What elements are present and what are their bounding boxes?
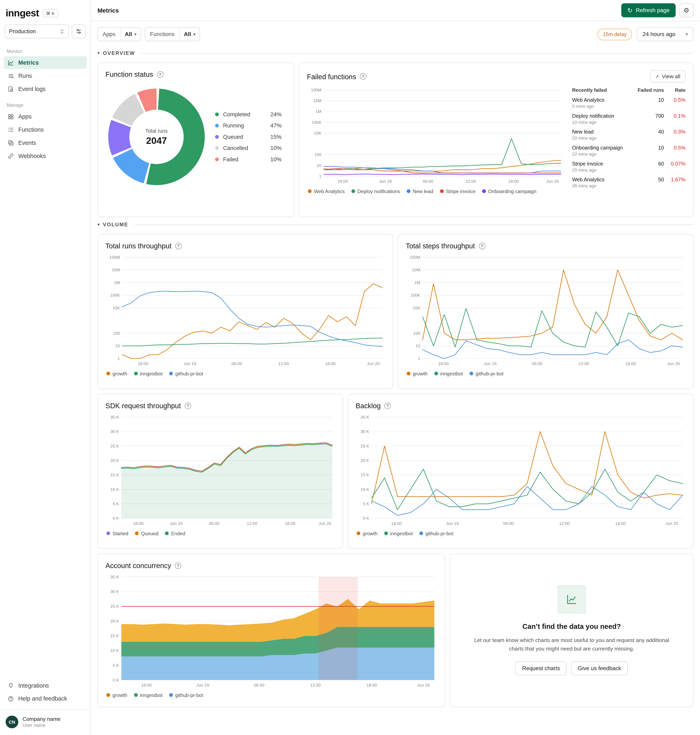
svg-text:10K: 10K xyxy=(112,305,120,310)
view-all-button[interactable]: ↗ View all xyxy=(650,70,685,82)
legend-item-inngestbot[interactable]: inngestbot xyxy=(384,530,413,536)
status-legend-item-failed[interactable]: Failed10% xyxy=(215,156,282,162)
svg-text:10 K: 10 K xyxy=(360,487,369,492)
sidebar-item-label: Integrations xyxy=(18,682,49,689)
refresh-page-button[interactable]: ↻ Refresh page xyxy=(621,3,676,17)
section-divider xyxy=(141,53,694,53)
runs-icon xyxy=(7,72,14,79)
topbar: Metrics ↻ Refresh page ⚙ xyxy=(91,0,700,21)
status-legend-item-completed[interactable]: Completed24% xyxy=(215,111,282,118)
legend-item-growth[interactable]: growth xyxy=(407,371,428,376)
card-title: Total runs throughput xyxy=(105,242,171,250)
legend-item-github-pr-bot[interactable]: github-pr-bot xyxy=(169,371,203,376)
legend-item-started[interactable]: Started xyxy=(106,530,128,536)
account-menu[interactable]: CN Company name User name xyxy=(0,710,90,731)
app-root: inngest ⌘ K Production MonitorMetricsRun… xyxy=(0,0,700,735)
legend-item-github-pr-bot[interactable]: github-pr-bot xyxy=(169,692,203,698)
sidebar-item-events[interactable]: Events xyxy=(4,136,87,149)
inngest-logo[interactable]: inngest xyxy=(6,7,39,19)
sidebar-item-event-logs[interactable]: Event logs xyxy=(4,82,87,95)
help-icon[interactable]: ? xyxy=(175,243,182,249)
svg-text:18:00: 18:00 xyxy=(285,521,295,526)
sidebar-item-runs[interactable]: Runs xyxy=(4,69,87,82)
svg-text:35 K: 35 K xyxy=(110,574,119,579)
status-legend-item-cancelled[interactable]: Cancelled10% xyxy=(215,145,282,151)
sidebar-item-help-and-feedback[interactable]: Help and feedback xyxy=(4,692,87,705)
command-k-shortcut-badge[interactable]: ⌘ K xyxy=(43,9,58,17)
svg-text:Jun 20: Jun 20 xyxy=(666,521,678,526)
failed-function-row[interactable]: New lead20 mins ago400.3% xyxy=(572,129,685,141)
failed-function-row[interactable]: Web Analytics5 mins ago100.5% xyxy=(572,97,685,109)
nav-section-label-monitor: Monitor xyxy=(6,49,84,54)
help-icon[interactable]: ? xyxy=(185,402,191,409)
sdk-request-legend: StartedQueuedEnded xyxy=(105,530,335,536)
legend-item-inngestbot[interactable]: inngestbot xyxy=(134,692,162,698)
sidebar-item-integrations[interactable]: Integrations xyxy=(4,679,87,692)
svg-text:25 K: 25 K xyxy=(360,444,369,448)
environment-filter-button[interactable] xyxy=(72,24,86,38)
give-feedback-button[interactable]: Give us feedback xyxy=(571,661,628,675)
help-icon[interactable]: ? xyxy=(360,73,366,80)
svg-text:12:00: 12:00 xyxy=(247,521,257,526)
sidebar-item-functions[interactable]: Functions xyxy=(4,123,87,136)
legend-dot xyxy=(308,189,312,193)
functions-filter-select[interactable]: All ▾ xyxy=(179,28,200,41)
metrics-icon xyxy=(7,59,14,66)
svg-text:100M: 100M xyxy=(410,255,420,259)
failed-function-row[interactable]: Stripe invoice25 mins ago600.07% xyxy=(572,161,685,172)
section-divider xyxy=(134,224,693,225)
legend-item-inngestbot[interactable]: inngestbot xyxy=(134,371,162,376)
integrations-icon xyxy=(7,682,14,689)
failed-function-row[interactable]: Onboarding campaign22 mins ago100.5% xyxy=(572,145,685,157)
svg-text:Jun 20: Jun 20 xyxy=(367,361,379,366)
svg-text:Jun 19: Jun 19 xyxy=(379,179,392,184)
card-title: Backlog xyxy=(356,402,381,409)
legend-dot xyxy=(106,532,110,535)
help-icon[interactable]: ? xyxy=(157,71,163,77)
legend-item-growth[interactable]: growth xyxy=(356,530,377,536)
legend-item-ended[interactable]: Ended xyxy=(165,530,185,536)
svg-text:5 K: 5 K xyxy=(363,501,369,506)
legend-item-inngestbot[interactable]: inngestbot xyxy=(434,371,463,376)
svg-text:100K: 100K xyxy=(312,120,321,125)
request-charts-button[interactable]: Request charts xyxy=(515,661,566,675)
help-icon[interactable]: ? xyxy=(479,243,485,249)
environment-select[interactable]: Production xyxy=(4,24,69,38)
sidebar-item-label: Events xyxy=(18,139,36,146)
failed-function-row[interactable]: Web Analytics35 mins ago501.67% xyxy=(572,177,685,189)
collapse-volume-button[interactable]: ▾ xyxy=(97,222,100,227)
collapse-overview-button[interactable]: ▾ xyxy=(97,51,100,55)
svg-text:1M: 1M xyxy=(415,280,420,285)
legend-dot xyxy=(215,124,219,128)
sidebar-item-webhooks[interactable]: Webhooks xyxy=(4,150,87,162)
apps-filter-label: Apps xyxy=(98,28,121,41)
svg-text:1: 1 xyxy=(319,174,321,178)
sidebar-item-metrics[interactable]: Metrics xyxy=(4,56,87,69)
settings-button[interactable]: ⚙ xyxy=(679,3,693,17)
svg-text:18:00: 18:00 xyxy=(625,361,636,366)
help-icon[interactable]: ? xyxy=(175,562,181,569)
status-legend-item-running[interactable]: Running47% xyxy=(215,122,282,129)
legend-item-onboarding-campaign[interactable]: Onboarding campaign xyxy=(482,189,537,194)
sidebar-item-apps[interactable]: Apps xyxy=(4,110,87,123)
legend-item-growth[interactable]: growth xyxy=(106,371,127,376)
svg-text:1M: 1M xyxy=(316,109,321,114)
status-legend-item-queued[interactable]: Queued15% xyxy=(215,134,282,140)
backlog-card: Backlog ? 35 K30 K25 K20 K15 K10 K5 K0 K… xyxy=(347,394,693,549)
legend-item-deploy-notifications[interactable]: Deploy notifications xyxy=(351,189,400,194)
failed-function-row[interactable]: Deploy notification10 mins ago7000.1% xyxy=(572,113,685,125)
legend-item-stripe-invoice[interactable]: Stripe invoice xyxy=(440,189,475,194)
legend-item-github-pr-bot[interactable]: github-pr-bot xyxy=(469,371,503,376)
time-range-select[interactable]: 24 hours ago ▾ xyxy=(637,27,694,41)
legend-item-new-lead[interactable]: New lead xyxy=(407,189,433,194)
help-icon[interactable]: ? xyxy=(384,402,391,409)
legend-dot xyxy=(106,371,110,376)
legend-dot xyxy=(482,189,486,193)
total-steps-throughput-card: Total steps throughput ? 100M10M1M100K10… xyxy=(398,234,694,389)
legend-item-queued[interactable]: Queued xyxy=(135,530,159,536)
legend-item-web-analytics[interactable]: Web Analytics xyxy=(308,189,345,194)
legend-item-growth[interactable]: growth xyxy=(106,692,127,698)
svg-text:30 K: 30 K xyxy=(110,429,119,434)
legend-item-github-pr-bot[interactable]: github-pr-bot xyxy=(419,530,453,536)
apps-filter-select[interactable]: All ▾ xyxy=(121,28,141,41)
